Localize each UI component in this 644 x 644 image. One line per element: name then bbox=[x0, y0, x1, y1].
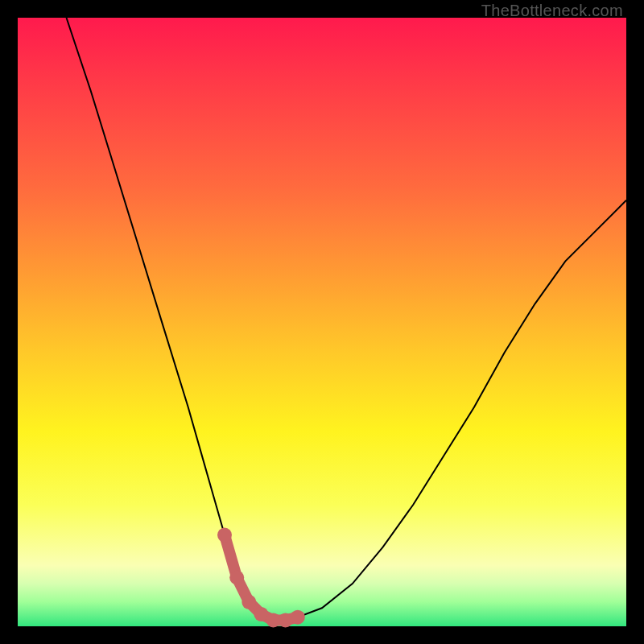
bottleneck-curve bbox=[67, 18, 627, 620]
trough-marker-dot bbox=[279, 613, 293, 627]
attribution-text: TheBottleneck.com bbox=[481, 2, 623, 20]
chart-plot-area bbox=[18, 18, 626, 626]
trough-marker-dot bbox=[242, 595, 256, 609]
chart-frame: TheBottleneck.com bbox=[0, 0, 644, 644]
chart-svg bbox=[18, 18, 626, 626]
trough-marker-dot bbox=[217, 528, 232, 543]
trough-marker-dot bbox=[291, 610, 305, 625]
trough-marker-dot bbox=[229, 571, 244, 585]
